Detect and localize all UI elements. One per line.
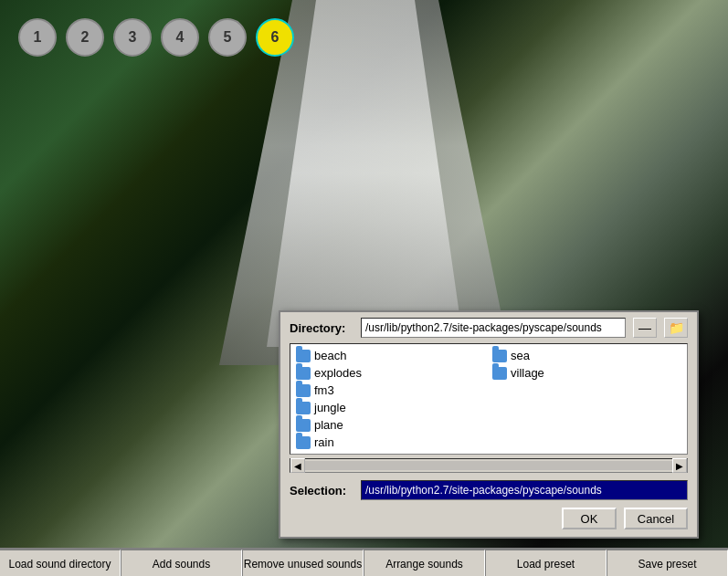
- folder-icon: [296, 402, 311, 414]
- ok-button[interactable]: OK: [562, 508, 617, 529]
- file-item-label: jungle: [314, 401, 346, 414]
- scroll-left-button[interactable]: ◀: [290, 458, 305, 473]
- file-item-jungle[interactable]: jungle: [294, 400, 487, 415]
- file-item-label: explodes: [314, 366, 362, 380]
- selection-row: Selection:: [280, 477, 697, 504]
- file-item-sea[interactable]: sea: [491, 348, 683, 363]
- folder-icon: [296, 436, 311, 449]
- folder-icon: [296, 367, 311, 380]
- cancel-button[interactable]: Cancel: [624, 508, 688, 529]
- file-item-village[interactable]: village: [491, 365, 683, 381]
- browse-button[interactable]: 📁: [664, 318, 688, 338]
- add-sounds-button[interactable]: Add sounds: [121, 550, 242, 576]
- preset-3[interactable]: 3: [113, 18, 152, 57]
- directory-label: Directory:: [290, 321, 353, 335]
- dialog-button-row: OK Cancel: [280, 504, 697, 537]
- folder-icon: [296, 384, 311, 397]
- directory-input[interactable]: [361, 318, 626, 338]
- remove-unused-sounds-button[interactable]: Remove unused sounds: [242, 550, 364, 576]
- preset-6[interactable]: 6: [256, 18, 294, 57]
- scroll-right-button[interactable]: ▶: [672, 458, 687, 473]
- folder-icon: [492, 367, 507, 380]
- file-item-label: fm3: [314, 383, 334, 397]
- bottom-toolbar: Load sound directory Add sounds Remove u…: [0, 548, 728, 576]
- file-item-label: plane: [314, 418, 343, 432]
- save-preset-button[interactable]: Save preset: [607, 550, 728, 576]
- selection-input[interactable]: [361, 480, 688, 500]
- file-item-label: sea: [511, 349, 530, 362]
- file-item-label: beach: [314, 349, 346, 362]
- folder-icon: [296, 350, 311, 362]
- file-item-fm3[interactable]: fm3: [294, 382, 487, 398]
- preset-5[interactable]: 5: [208, 18, 247, 57]
- preset-1[interactable]: 1: [18, 18, 57, 57]
- file-list: beach sea explodes village fm3 jungle pl…: [290, 343, 688, 455]
- file-item-rain[interactable]: rain: [294, 435, 487, 450]
- file-item-explodes[interactable]: explodes: [294, 365, 487, 381]
- arrange-sounds-button[interactable]: Arrange sounds: [364, 550, 485, 576]
- preset-4[interactable]: 4: [161, 18, 199, 57]
- file-item-label: village: [511, 366, 544, 380]
- folder-icon: [492, 350, 507, 362]
- horizontal-scrollbar[interactable]: ◀ ▶: [290, 458, 688, 473]
- preset-2[interactable]: 2: [66, 18, 104, 57]
- clear-path-button[interactable]: —: [633, 318, 657, 338]
- scrollbar-track: [305, 461, 672, 470]
- load-preset-button[interactable]: Load preset: [485, 550, 607, 576]
- load-sound-directory-button[interactable]: Load sound directory: [0, 550, 121, 576]
- file-item-label: rain: [314, 435, 334, 449]
- file-item-plane[interactable]: plane: [294, 417, 487, 433]
- selection-label: Selection:: [290, 484, 353, 497]
- file-item-beach[interactable]: beach: [294, 348, 487, 363]
- preset-circles: 1 2 3 4 5 6: [18, 18, 294, 57]
- folder-icon: [296, 419, 311, 432]
- file-browser-dialog: Directory: — 📁 beach sea explodes villag…: [279, 310, 699, 539]
- directory-row: Directory: — 📁: [280, 312, 697, 343]
